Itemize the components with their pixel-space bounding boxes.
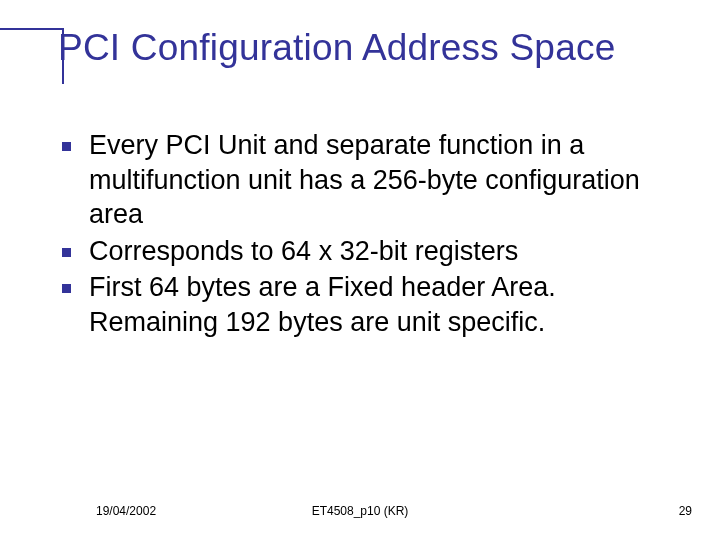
footer-page-number: 29	[679, 504, 692, 518]
title-corner-rule	[0, 28, 64, 84]
slide-footer: 19/04/2002 ET4508_p10 (KR) 29	[0, 504, 720, 518]
square-bullet-icon	[62, 142, 71, 151]
bullet-text: Corresponds to 64 x 32-bit registers	[89, 234, 518, 269]
slide-title-area: PCI Configuration Address Space	[46, 28, 700, 69]
bullet-text: Every PCI Unit and separate function in …	[89, 128, 680, 232]
list-item: Every PCI Unit and separate function in …	[62, 128, 680, 232]
square-bullet-icon	[62, 284, 71, 293]
square-bullet-icon	[62, 248, 71, 257]
list-item: Corresponds to 64 x 32-bit registers	[62, 234, 680, 269]
bullet-text: First 64 bytes are a Fixed header Area. …	[89, 270, 680, 339]
footer-date: 19/04/2002	[96, 504, 156, 518]
bullet-list: Every PCI Unit and separate function in …	[62, 128, 680, 341]
list-item: First 64 bytes are a Fixed header Area. …	[62, 270, 680, 339]
slide-title: PCI Configuration Address Space	[46, 28, 700, 69]
